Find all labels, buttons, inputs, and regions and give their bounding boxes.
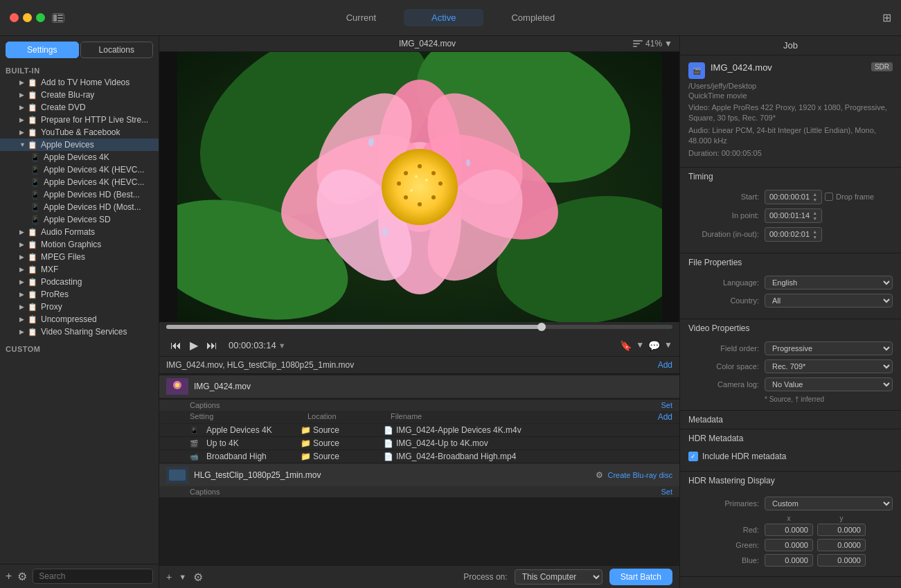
sidebar-item-http[interactable]: ▶ 📋 Prepare for HTTP Live Stre... [0,114,159,126]
hdr-metadata-header[interactable]: HDR Metadata [680,429,901,447]
skip-back-button[interactable]: ⏮ [166,338,186,353]
sidebar-item-apple-4k-hevc1[interactable]: 📱 Apple Devices 4K (HEVC... [0,163,159,176]
job-name-1: IMG_0424.mov [194,382,251,391]
metadata-header[interactable]: Metadata [680,411,901,429]
add-job-button[interactable]: + [166,571,172,582]
inpoint-picker[interactable]: 00:00:01:14 ▲▼ [765,208,822,223]
sidebar-item-prores[interactable]: ▶ 📋 ProRes [0,288,159,301]
blue-y-input[interactable] [817,554,866,567]
captions-set-1[interactable]: Set [661,401,672,409]
tab-active[interactable]: Active [404,9,483,26]
camera-log-row: Camera log: No Value [688,377,893,391]
start-up[interactable]: ▲ [812,192,817,197]
hdr-mastering-header[interactable]: HDR Mastering Display [680,472,901,490]
sidebar-item-motion[interactable]: ▶ 📋 Motion Graphics [0,238,159,251]
sidebar-item-apple-hd-best[interactable]: 📱 Apple Devices HD (Best... [0,188,159,201]
video-properties-header[interactable]: Video Properties [680,319,901,337]
job-add-link[interactable]: Add [658,360,672,370]
field-order-select[interactable]: Progressive [765,341,893,355]
duration-label: Duration (in-out): [688,230,765,238]
inspector-header: Job [680,36,901,55]
gear-icon-job2[interactable]: ⚙ [596,470,603,480]
field-order-label: Field order: [688,344,765,353]
primaries-select[interactable]: Custom [765,497,893,510]
green-x-input[interactable] [765,539,813,551]
fullscreen-button[interactable] [36,13,45,22]
expand-arrow-video-sharing: ▶ [19,328,28,335]
close-button[interactable] [10,13,19,22]
job-item-2[interactable]: HLG_testClip_1080p25_1min.mov ⚙ Create B… [159,463,679,486]
svg-rect-4 [633,40,643,42]
add-item-button[interactable]: + [6,570,12,582]
sidebar-item-apple-sd[interactable]: 📱 Apple Devices SD [0,213,159,226]
sidebar-item-apple-4k[interactable]: 📱 Apple Devices 4K [0,151,159,163]
sidebar-item-add-tv[interactable]: ▶ 📋 Add to TV Home Videos [0,76,159,89]
bookmark-button[interactable]: 🔖 [620,340,632,351]
search-input[interactable] [33,569,153,584]
detail-add-link[interactable]: Add [658,412,672,422]
zoom-control[interactable]: 41% ▼ [633,39,672,48]
sidebar-item-mpeg[interactable]: ▶ 📋 MPEG Files [0,251,159,263]
duration-up[interactable]: ▲ [812,229,817,234]
start-batch-button[interactable]: Start Batch [609,569,672,585]
captions-set-2[interactable]: Set [661,488,672,496]
job-row-3[interactable]: 📹 Broadband High 📁 Source 📄 IMG_0424-Bro… [159,450,679,463]
sidebar-item-apple-devices[interactable]: ▼ 📋 Apple Devices [0,139,159,151]
camera-log-select[interactable]: No Value [765,377,893,391]
job-row-1[interactable]: 📱 Apple Devices 4K 📁 Source 📄 IMG_0424-A… [159,424,679,437]
progress-handle[interactable] [537,323,546,331]
sidebar-item-podcasting[interactable]: ▶ 📋 Podcasting [0,276,159,288]
skip-forward-button[interactable]: ⏭ [202,338,222,353]
sidebar-item-apple-4k-hevc2[interactable]: 📱 Apple Devices 4K (HEVC... [0,176,159,188]
tab-current[interactable]: Current [319,9,404,26]
job-row-2[interactable]: 🎬 Up to 4K 📁 Source 📄 IMG_0424-Up to 4K.… [159,437,679,450]
drop-frame-checkbox[interactable] [825,193,833,201]
expand-arrow-audio: ▶ [19,229,28,235]
duration-control: 00:00:02:01 ▲▼ [765,227,893,242]
inpoint-up[interactable]: ▲ [812,211,817,215]
red-x-input[interactable] [765,524,813,536]
process-select[interactable]: This Computer [515,569,603,585]
action-menu-button[interactable]: ⚙ [17,570,27,583]
progress-bar[interactable] [166,325,672,329]
sidebar-toggle-button[interactable] [52,13,64,23]
folder-icon-3: 📁 [301,452,311,461]
job-captions-2: Captions Set [159,486,679,497]
tab-completed[interactable]: Completed [483,9,582,26]
start-time-picker[interactable]: 00:00:00:01 ▲▼ [765,190,822,204]
row-location-3: 📁 Source [301,452,384,461]
inpoint-down[interactable]: ▼ [812,216,817,221]
red-y-input[interactable] [817,524,866,536]
job-item-1[interactable]: IMG_0424.mov [159,375,679,398]
sidebar-item-uncompressed[interactable]: ▶ 📋 Uncompressed [0,313,159,326]
create-bluray-link[interactable]: Create Blu-ray disc [607,471,672,479]
sidebar-item-youtube[interactable]: ▶ 📋 YouTube & Facebook [0,126,159,139]
sidebar-item-apple-hd-most[interactable]: 📱 Apple Devices HD (Most... [0,201,159,213]
include-hdr-checkbox[interactable]: ✓ [688,452,698,461]
settings-tab[interactable]: Settings [6,42,79,58]
captions-label-2: Captions [190,488,661,496]
annotation-button[interactable]: 💬 [648,340,660,351]
sidebar-item-dvd[interactable]: ▶ 📋 Create DVD [0,101,159,114]
sidebar-item-bluray[interactable]: ▶ 📋 Create Blu-ray [0,89,159,101]
file-type-icon: 🎬 [688,62,705,79]
duration-down[interactable]: ▼ [812,235,817,240]
minimize-button[interactable] [23,13,32,22]
settings-button[interactable]: ⚙ [193,571,203,584]
language-select[interactable]: English [765,276,893,289]
color-space-select[interactable]: Rec. 709* [765,359,893,373]
locations-tab[interactable]: Locations [80,42,154,58]
sidebar-item-mxf[interactable]: ▶ 📋 MXF [0,263,159,276]
duration-picker[interactable]: 00:00:02:01 ▲▼ [765,227,822,242]
country-select[interactable]: All [765,294,893,308]
start-down[interactable]: ▼ [812,197,817,202]
sidebar-item-proxy[interactable]: ▶ 📋 Proxy [0,301,159,313]
blue-x-input[interactable] [765,554,813,567]
layout-icon[interactable]: ⊞ [882,11,891,24]
play-button[interactable]: ▶ [186,337,202,353]
sidebar-item-video-sharing[interactable]: ▶ 📋 Video Sharing Services [0,326,159,338]
file-properties-header[interactable]: File Properties [680,253,901,271]
sidebar-item-audio[interactable]: ▶ 📋 Audio Formats [0,226,159,238]
timing-header[interactable]: Timing [680,168,901,186]
green-y-input[interactable] [817,539,866,551]
